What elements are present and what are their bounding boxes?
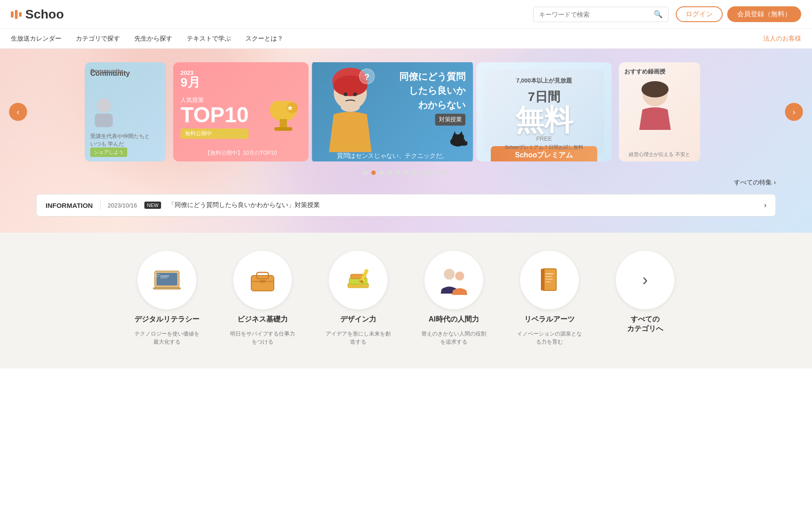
hero-section: ‹ Community 受講生代表や仲間たちといつも 学んだ シェアしよう ユニ… xyxy=(0,49,812,233)
slider-dots xyxy=(0,170,812,175)
category-design[interactable]: デザイン力 アイデアを形にし未来を創 造する xyxy=(318,251,399,346)
design-icon xyxy=(342,264,374,296)
logo-text: Schoo xyxy=(25,7,64,22)
nav-corporate[interactable]: 法人のお客様 xyxy=(763,35,801,43)
question-person-svg: ? xyxy=(319,67,381,157)
all-specials-link[interactable]: すべての特集 › xyxy=(0,179,812,187)
svg-rect-47 xyxy=(545,279,553,280)
premium-days-text: 7日間 xyxy=(528,90,560,104)
login-button[interactable]: ログイン xyxy=(676,6,723,22)
svg-text:?: ? xyxy=(364,72,370,82)
logo-bar-2 xyxy=(15,10,18,19)
all-specials-text: すべての特集 › xyxy=(734,179,776,186)
svg-point-11 xyxy=(353,92,357,96)
slider-next-button[interactable]: › xyxy=(785,103,803,121)
logo-bar-3 xyxy=(19,12,22,17)
dot-1[interactable] xyxy=(371,170,376,175)
right-title: おすすめ録画授 xyxy=(624,68,695,76)
community-label: Community xyxy=(90,68,123,74)
category-ai-human-desc: 替えのきかない人間の役割 を追求する xyxy=(421,330,486,346)
dot-0[interactable] xyxy=(363,170,368,175)
dot-4[interactable] xyxy=(396,170,400,175)
register-button[interactable]: 会員登録（無料） xyxy=(727,6,801,22)
community-badge: シェアしよう xyxy=(90,147,127,157)
svg-rect-35 xyxy=(259,280,266,283)
nav: 生放送カレンダー カテゴリで探す 先生から探す テキストで学ぶ スクーとは？ 法… xyxy=(0,29,812,49)
nav-item-text[interactable]: テキストで学ぶ xyxy=(187,34,231,43)
nav-link-category[interactable]: カテゴリで探す xyxy=(76,35,120,42)
svg-rect-28 xyxy=(153,274,160,275)
slide-premium[interactable]: 7,000本以上が見放題 7日間 無料 FREE Schooプレミアム Scho… xyxy=(476,62,612,161)
right-footer: 経営心理士が伝える 不安と xyxy=(619,151,700,158)
premium-inner: 7,000本以上が見放題 7日間 無料 FREE Schooプレミアム Scho… xyxy=(484,69,604,154)
community-content xyxy=(90,97,161,134)
slide-question[interactable]: ? 同僚にどう質問したら良いかわからない 対策授業 xyxy=(312,62,473,161)
dot-8[interactable] xyxy=(428,170,433,175)
category-business-icon-wrap xyxy=(233,251,292,309)
nav-item-category[interactable]: カテゴリで探す xyxy=(76,34,120,43)
top10-trophy: ★ xyxy=(265,101,301,143)
slide-community[interactable]: Community 受講生代表や仲間たちといつも 学んだ シェアしよう ユニティ xyxy=(85,62,166,161)
question-badge: 対策授業 xyxy=(435,114,466,125)
search-input[interactable] xyxy=(534,7,648,22)
svg-rect-4 xyxy=(274,127,292,131)
slide-top10[interactable]: 2023 9月 人気授業 TOP10 無料公開中 ★ xyxy=(173,62,309,161)
info-date: 2023/10/16 xyxy=(108,202,137,209)
top10-month: 9月 xyxy=(180,76,301,89)
svg-rect-3 xyxy=(280,119,287,128)
logo[interactable]: Schoo xyxy=(11,7,64,22)
logo-icon xyxy=(11,10,22,19)
category-business[interactable]: ビジネス基礎力 明日をサバイブする仕事力 をつける xyxy=(222,251,303,346)
dot-3[interactable] xyxy=(388,170,392,175)
premium-count: 7,000本以上が見放題 xyxy=(491,77,597,85)
header: Schoo 🔍 ログイン 会員登録（無料） xyxy=(0,0,812,29)
svg-rect-27 xyxy=(153,287,181,290)
slider-prev-button[interactable]: ‹ xyxy=(9,103,27,121)
category-digital[interactable]: デジタルリテラシー テクノロジーを使い価値を 最大化する xyxy=(126,251,208,346)
category-ai-human[interactable]: AI時代の人間力 替えのきかない人間の役割 を追求する xyxy=(413,251,494,346)
nav-item-about[interactable]: スクーとは？ xyxy=(245,34,283,43)
svg-point-42 xyxy=(455,271,464,281)
question-cat xyxy=(448,131,467,150)
trophy-svg: ★ xyxy=(265,101,301,142)
dot-5[interactable] xyxy=(404,170,408,175)
dot-10[interactable] xyxy=(444,170,449,175)
svg-point-17 xyxy=(457,133,464,140)
svg-rect-45 xyxy=(545,273,554,274)
laptop-icon xyxy=(151,264,183,296)
dot-2[interactable] xyxy=(379,170,384,175)
dot-9[interactable] xyxy=(436,170,441,175)
all-categories-arrow-icon: › xyxy=(642,271,648,290)
category-digital-icon-wrap xyxy=(138,251,196,309)
svg-point-14 xyxy=(341,102,360,112)
category-liberal[interactable]: リベラルアーツ イノベーションの源泉とな る力を育む xyxy=(509,251,590,346)
nav-item-teacher[interactable]: 先生から探す xyxy=(134,34,172,43)
category-design-icon-wrap xyxy=(329,251,388,309)
category-business-desc: 明日をサバイブする仕事力 をつける xyxy=(230,330,295,346)
nav-link-about[interactable]: スクーとは？ xyxy=(245,35,283,42)
svg-marker-18 xyxy=(453,131,456,135)
category-digital-desc: テクノロジーを使い価値を 最大化する xyxy=(134,330,199,346)
category-all[interactable]: › すべてのカテゴリへ xyxy=(604,251,686,334)
question-text: 同僚にどう質問したら良いかわからない 対策授業 xyxy=(399,69,466,126)
right-illustration xyxy=(623,76,687,130)
dot-6[interactable] xyxy=(412,170,416,175)
nav-link-calendar[interactable]: 生放送カレンダー xyxy=(11,35,61,42)
nav-item-calendar[interactable]: 生放送カレンダー xyxy=(11,34,61,43)
info-bar[interactable]: INFORMATION 2023/10/16 NEW 「同僚にどう質問したら良い… xyxy=(36,194,776,216)
svg-rect-32 xyxy=(251,276,274,291)
community-illustration xyxy=(90,97,117,133)
dot-7[interactable] xyxy=(420,170,424,175)
svg-rect-30 xyxy=(160,276,169,276)
nav-link-teacher[interactable]: 先生から探す xyxy=(134,35,172,42)
svg-rect-44 xyxy=(541,269,544,290)
svg-rect-31 xyxy=(160,277,167,278)
slide-right[interactable]: おすすめ録画授 経営心理士が伝える 不安と xyxy=(619,62,700,161)
premium-footer: Schooプレミアム７日間お試し無料 xyxy=(484,144,604,151)
svg-rect-46 xyxy=(545,276,552,277)
nav-link-text[interactable]: テキストで学ぶ xyxy=(187,35,231,42)
svg-rect-1 xyxy=(95,114,113,127)
search-button[interactable]: 🔍 xyxy=(648,10,668,18)
community-title: Community xyxy=(90,68,123,74)
svg-text:★: ★ xyxy=(287,104,293,111)
